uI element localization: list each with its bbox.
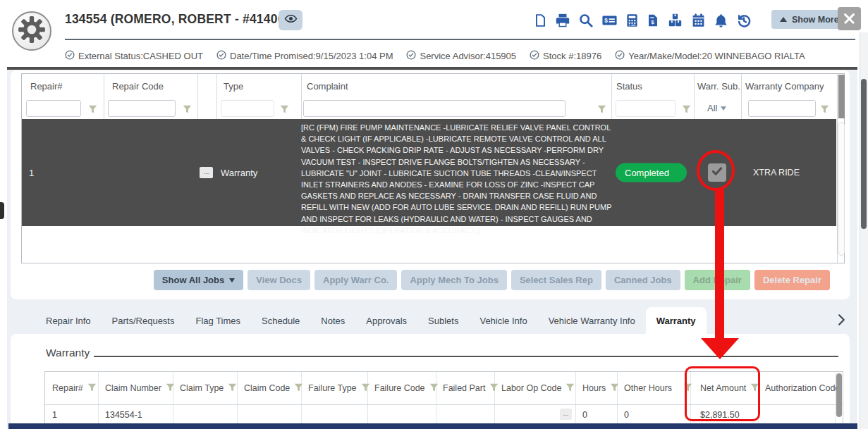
wcol-failure-code: Failure Code (367, 372, 439, 404)
filter-warr-sub-dropdown[interactable]: All (707, 103, 726, 113)
column-header-repair-number: Repair# (30, 81, 63, 92)
wcell-hours: 0 (575, 405, 587, 424)
tab-parts-requests[interactable]: Parts/Requests (102, 307, 185, 334)
tab-flag-times[interactable]: Flag Times (185, 307, 251, 334)
check-circle-icon (615, 50, 625, 62)
status-external: External Status:CASHED OUT (65, 50, 203, 62)
action-button-row: Show All Jobs View Docs Apply Warr Co. A… (154, 270, 830, 290)
wcol-authorization-code: Authorization Code (758, 372, 840, 404)
filter-funnel-icon[interactable] (87, 383, 97, 394)
tab-vehicle-warranty-info[interactable]: Vehicle Warranty Info (538, 307, 646, 334)
tab-schedule[interactable]: Schedule (251, 307, 310, 334)
grid-scrollbar-segment[interactable] (838, 75, 845, 118)
tab-warranty[interactable]: Warranty (646, 307, 707, 334)
check-circle-icon (406, 50, 416, 62)
repair-code-more-button[interactable]: ... (200, 167, 213, 178)
labor-op-code-more-button[interactable]: ... (560, 409, 572, 420)
delete-repair-button[interactable]: Delete Repair (754, 270, 830, 290)
wcol-labor-op-code: Labor Op Code (494, 372, 575, 404)
page-scrollbar-thumb[interactable] (861, 79, 867, 229)
calculator-icon[interactable] (625, 13, 639, 28)
warranty-company-cell: XTRA RIDE (753, 168, 800, 178)
filter-funnel-icon[interactable] (88, 104, 97, 116)
column-header-type: Type (224, 81, 243, 92)
wcol-claim-number: Claim Number (98, 372, 175, 404)
wcol-hours: Hours (575, 372, 619, 404)
tab-notes[interactable]: Notes (310, 307, 355, 334)
filter-warranty-company-input[interactable] (748, 100, 816, 117)
type-cell: Warranty (221, 168, 257, 178)
bottom-bar (8, 423, 857, 429)
check-circle-icon (216, 50, 226, 62)
gear-icon (17, 15, 47, 47)
warranty-table-scrollbar-thumb[interactable] (836, 373, 842, 417)
status-badge: Completed (616, 163, 687, 182)
filter-funnel-icon[interactable] (566, 383, 575, 394)
canned-jobs-button[interactable]: Canned Jobs (606, 270, 680, 290)
invoice-dollar-icon[interactable]: $ (647, 13, 659, 28)
wcell-claim-number: 134554-1 (98, 405, 142, 424)
filter-funnel-icon[interactable] (280, 104, 289, 116)
tab-sublets[interactable]: Sublets (417, 307, 469, 334)
page-title: 134554 (ROMERO, ROBERT - #414067) (65, 12, 296, 27)
filter-funnel-icon[interactable] (597, 104, 606, 116)
select-sales-rep-button[interactable]: Select Sales Rep (511, 270, 601, 290)
apply-warr-co-button[interactable]: Apply Warr Co. (314, 270, 397, 290)
tab-repair-info[interactable]: Repair Info (35, 307, 102, 334)
calendar-icon[interactable] (691, 13, 706, 28)
document-icon[interactable] (534, 13, 547, 28)
status-stock-number: Stock #:18976 (530, 50, 601, 62)
repair-grid: Repair# Repair Code Type Complaint Statu… (21, 73, 845, 263)
wcell-other-hours: 0 (617, 405, 629, 424)
filter-funnel-icon[interactable] (228, 383, 237, 394)
left-edge-handle[interactable] (0, 202, 4, 219)
notifications-bell-icon[interactable] (714, 13, 728, 28)
wcol-claim-code: Claim Code (237, 372, 303, 404)
app-logo (12, 11, 51, 51)
wcell-repair-number: 1 (45, 405, 57, 424)
filter-type-input[interactable] (221, 100, 274, 117)
app-window: 134554 (ROMERO, ROBERT - #414067) Extern… (0, 0, 868, 429)
checkmark-icon (711, 165, 723, 180)
filter-funnel-icon[interactable] (682, 104, 691, 116)
column-header-complaint: Complaint (307, 81, 348, 92)
parts-boxes-icon[interactable] (667, 13, 683, 28)
tabs-scroll-right-chevron-icon[interactable] (834, 313, 848, 330)
filter-repair-number-input[interactable] (26, 100, 81, 117)
detail-tabs: Repair Info Parts/Requests Flag Times Sc… (35, 307, 707, 334)
print-icon[interactable] (555, 13, 570, 28)
wcol-other-hours: Other Hours (617, 372, 692, 404)
warranty-title-rule (94, 356, 838, 357)
filter-funnel-icon[interactable] (183, 104, 192, 116)
view-toggle-button[interactable] (279, 10, 302, 30)
complaint-cell: [RC (FPM) FIRE PUMP MAINTENANCE -LUBRICA… (301, 122, 614, 236)
chevron-down-icon (229, 278, 235, 282)
warranty-section-title: Warranty (46, 347, 90, 359)
view-docs-button[interactable]: View Docs (247, 270, 310, 290)
close-button[interactable] (838, 7, 861, 30)
wcol-repair-number: Repair# (45, 372, 97, 404)
tab-vehicle-info[interactable]: Vehicle Info (469, 307, 537, 334)
filter-repair-code-input[interactable] (108, 100, 176, 117)
filter-complaint-input[interactable] (303, 100, 566, 117)
payment-check-icon[interactable]: $ (601, 13, 618, 28)
show-more-button[interactable]: Show More (771, 10, 848, 29)
repair-row-1[interactable]: 1 ... Warranty [RC (FPM) FIRE PUMP MAINT… (22, 119, 836, 226)
apply-mech-to-jobs-button[interactable]: Apply Mech To Jobs (401, 270, 506, 290)
warranty-submitted-checkbox[interactable] (708, 163, 726, 182)
show-all-jobs-button[interactable]: Show All Jobs (154, 270, 243, 290)
history-icon[interactable] (736, 13, 752, 28)
search-icon[interactable] (578, 13, 594, 28)
header-divider (65, 39, 855, 40)
column-header-status: Status (616, 81, 642, 92)
chevron-down-icon (721, 106, 726, 111)
header-toolbar: $ $ (534, 11, 752, 30)
grid-scrollbar-thumb[interactable] (838, 122, 845, 256)
check-circle-icon (65, 50, 75, 62)
triangle-up-icon (780, 17, 787, 22)
repair-number-cell: 1 (29, 168, 34, 178)
tab-approvals[interactable]: Approvals (355, 307, 417, 334)
add-repair-button[interactable]: Add Repair (685, 270, 750, 290)
filter-funnel-icon[interactable] (820, 104, 829, 116)
filter-status-input[interactable] (616, 100, 676, 117)
